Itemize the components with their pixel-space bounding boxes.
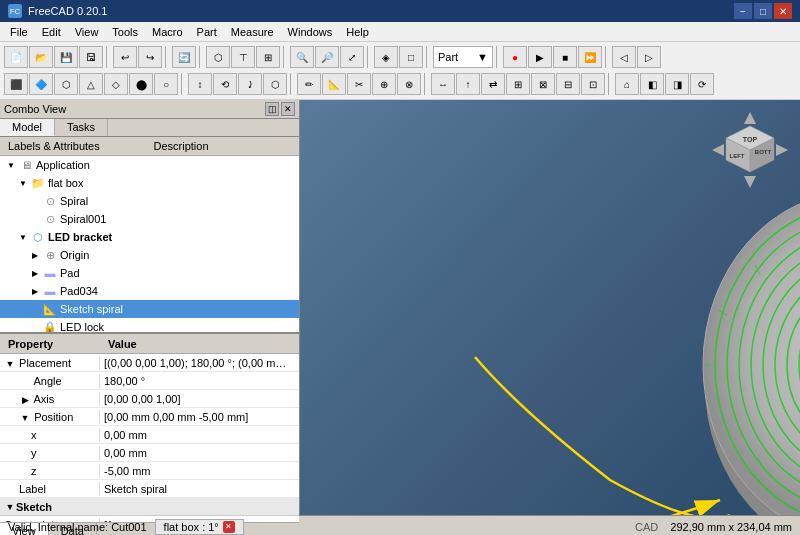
tree-item-flatbox[interactable]: ▼ 📁 flat box	[0, 174, 299, 192]
tree-arrow-ledbracket[interactable]: ▼	[16, 230, 30, 244]
tb-mod2[interactable]: ⟲	[213, 73, 237, 95]
tb-sketch4[interactable]: ⊕	[372, 73, 396, 95]
tree-item-spiral001[interactable]: ⊙ Spiral001	[0, 210, 299, 228]
tb-record[interactable]: ●	[503, 46, 527, 68]
tb-nav2[interactable]: ▷	[637, 46, 661, 68]
tb-mod3[interactable]: ⤸	[238, 73, 262, 95]
tb-sketch1[interactable]: ✏	[297, 73, 321, 95]
tree-item-application[interactable]: ▼ 🖥 Application	[0, 156, 299, 174]
tree-item-sketchspiral[interactable]: 📐 Sketch spiral	[0, 300, 299, 318]
tree-arrow-flatbox[interactable]: ▼	[16, 176, 30, 190]
tb-stop[interactable]: ■	[553, 46, 577, 68]
combo-float-btn[interactable]: ◫	[265, 102, 279, 116]
tb-arr2[interactable]: ↑	[456, 73, 480, 95]
tb-view-front[interactable]: ⊞	[256, 46, 280, 68]
tb-draw-style[interactable]: ◈	[374, 46, 398, 68]
menu-macro[interactable]: Macro	[146, 25, 189, 39]
tb-view-top[interactable]: ⊤	[231, 46, 255, 68]
tb-part3[interactable]: ⬡	[54, 73, 78, 95]
tb-arr5[interactable]: ⊠	[531, 73, 555, 95]
tree-item-origin[interactable]: ▶ ⊕ Origin	[0, 246, 299, 264]
tb-new[interactable]: 📄	[4, 46, 28, 68]
prop-row-axis[interactable]: ▶ Axis [0,00 0,00 1,00]	[0, 390, 299, 408]
tb-mod4[interactable]: ⬡	[263, 73, 287, 95]
tb-perspective[interactable]: ⬡	[206, 46, 230, 68]
prop-row-z[interactable]: z -5,00 mm	[0, 462, 299, 480]
tree-item-ledbracket[interactable]: ▼ ⬡ LED bracket	[0, 228, 299, 246]
nav-down-arrow[interactable]	[744, 176, 756, 188]
tb-arr6[interactable]: ⊟	[556, 73, 580, 95]
tb-wireframe[interactable]: □	[399, 46, 423, 68]
tab-tasks[interactable]: Tasks	[55, 119, 108, 136]
nav-right-arrow[interactable]	[776, 144, 788, 156]
tb-sketch2[interactable]: 📐	[322, 73, 346, 95]
minimize-button[interactable]: −	[734, 3, 752, 19]
nav-cube-svg[interactable]: TOP LEFT BOTT	[710, 110, 790, 190]
tb-part4[interactable]: △	[79, 73, 103, 95]
tree-arrow-spiral001[interactable]	[28, 212, 42, 226]
axis-expand[interactable]: ▶	[19, 395, 31, 405]
tb-mod1[interactable]: ↕	[188, 73, 212, 95]
menu-tools[interactable]: Tools	[106, 25, 144, 39]
combo-close-btn[interactable]: ✕	[281, 102, 295, 116]
menu-part[interactable]: Part	[191, 25, 223, 39]
close-button[interactable]: ✕	[774, 3, 792, 19]
tb-arr7[interactable]: ⊡	[581, 73, 605, 95]
menu-windows[interactable]: Windows	[282, 25, 339, 39]
tb-open[interactable]: 📂	[29, 46, 53, 68]
status-tab-close[interactable]: ✕	[223, 521, 235, 533]
tb-arr1[interactable]: ↔	[431, 73, 455, 95]
tb-redo[interactable]: ↪	[138, 46, 162, 68]
tb-part6[interactable]: ⬤	[129, 73, 153, 95]
tb-zoom-out[interactable]: 🔎	[315, 46, 339, 68]
prop-row-angle[interactable]: Angle 180,00 °	[0, 372, 299, 390]
tb-step[interactable]: ⏩	[578, 46, 602, 68]
tb-arr4[interactable]: ⊞	[506, 73, 530, 95]
tree-item-spiral[interactable]: ⊙ Spiral	[0, 192, 299, 210]
prop-row-y[interactable]: y 0,00 mm	[0, 444, 299, 462]
tb-save-as[interactable]: 🖫	[79, 46, 103, 68]
tb-part1[interactable]: ⬛	[4, 73, 28, 95]
tb-sketch5[interactable]: ⊗	[397, 73, 421, 95]
prop-row-position[interactable]: ▼ Position [0,00 mm 0,00 mm -5,00 mm]	[0, 408, 299, 426]
menu-measure[interactable]: Measure	[225, 25, 280, 39]
tb-misc2[interactable]: ◧	[640, 73, 664, 95]
tree-arrow-origin[interactable]: ▶	[28, 248, 42, 262]
nav-left-arrow[interactable]	[712, 144, 724, 156]
tb-part7[interactable]: ○	[154, 73, 178, 95]
tb-arr3[interactable]: ⇄	[481, 73, 505, 95]
tb-refresh[interactable]: 🔄	[172, 46, 196, 68]
menu-edit[interactable]: Edit	[36, 25, 67, 39]
position-expand[interactable]: ▼	[19, 413, 31, 423]
prop-row-placement[interactable]: ▼ Placement [(0,00 0,00 1,00); 180,00 °;…	[0, 354, 299, 372]
prop-row-x[interactable]: x 0,00 mm	[0, 426, 299, 444]
tb-zoom-fit[interactable]: ⤢	[340, 46, 364, 68]
tree-item-pad034[interactable]: ▶ ▬ Pad034	[0, 282, 299, 300]
tab-model[interactable]: Model	[0, 119, 55, 136]
tree-item-ledlock[interactable]: 🔒 LED lock	[0, 318, 299, 332]
menu-help[interactable]: Help	[340, 25, 375, 39]
menu-file[interactable]: File	[4, 25, 34, 39]
tb-save[interactable]: 💾	[54, 46, 78, 68]
sketch-group-expand[interactable]: ▼	[4, 502, 16, 512]
prop-row-label[interactable]: Label Sketch spiral	[0, 480, 299, 498]
status-tab[interactable]: flat box : 1° ✕	[155, 519, 244, 535]
nav-up-arrow[interactable]	[744, 112, 756, 124]
viewport[interactable]: Z ↑	[300, 100, 800, 515]
tb-part5[interactable]: ◇	[104, 73, 128, 95]
tb-misc3[interactable]: ◨	[665, 73, 689, 95]
tb-play[interactable]: ▶	[528, 46, 552, 68]
tree-arrow-pad[interactable]: ▶	[28, 266, 42, 280]
tb-zoom-in[interactable]: 🔍	[290, 46, 314, 68]
tree-arrow-spiral[interactable]	[28, 194, 42, 208]
tree-arrow-application[interactable]: ▼	[4, 158, 18, 172]
tb-misc4[interactable]: ⟳	[690, 73, 714, 95]
tb-nav1[interactable]: ◁	[612, 46, 636, 68]
workbench-dropdown[interactable]: Part ▼	[433, 46, 493, 68]
tree-arrow-sketchspiral[interactable]	[28, 302, 42, 316]
maximize-button[interactable]: □	[754, 3, 772, 19]
tree-item-pad[interactable]: ▶ ▬ Pad	[0, 264, 299, 282]
tb-part2[interactable]: 🔷	[29, 73, 53, 95]
menu-view[interactable]: View	[69, 25, 105, 39]
tree-arrow-ledlock[interactable]	[28, 320, 42, 332]
